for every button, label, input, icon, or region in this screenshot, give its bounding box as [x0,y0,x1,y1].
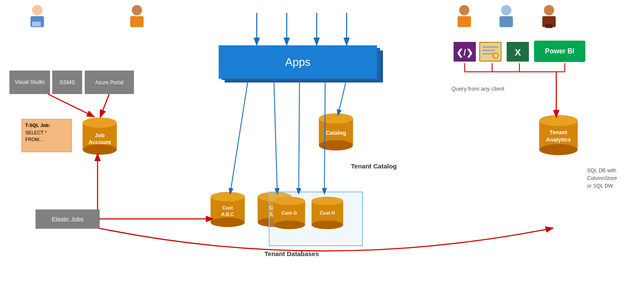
svg-point-34 [211,192,245,201]
powerbi-button[interactable]: Power BI [534,41,585,62]
svg-point-69 [539,115,578,126]
svg-point-22 [132,5,142,15]
tenant-databases-label: Tenant Databases [264,250,319,257]
svg-point-70 [539,144,578,155]
svg-text:Account: Account [89,139,111,145]
svg-rect-61 [483,46,498,48]
svg-text:Catalog: Catalog [326,130,346,136]
query-label: Query from any client [451,86,505,92]
visual-studio-box: Visual Studio [9,71,50,94]
tenant-analytics-cylinder: Tenant Analytics [537,110,579,156]
sql-dw-label: SQL DB withColumnStoreor SQL DW [587,167,617,190]
sql-job-title: T-SQL Job: [25,123,50,128]
svg-point-55 [544,5,554,15]
elastic-jobs-box: Elastic Jobs [36,209,100,229]
svg-text:Analytics: Analytics [546,136,571,143]
svg-text:Tenant: Tenant [549,129,567,136]
svg-line-6 [299,79,300,193]
svg-point-25 [83,118,117,128]
svg-line-4 [230,79,248,193]
svg-line-5 [274,79,277,193]
svg-text:Cust G: Cust G [282,210,297,215]
svg-point-51 [459,5,469,15]
svg-rect-52 [457,16,471,27]
person-analyst-3 [538,4,560,30]
person-analyst-1 [454,4,475,30]
svg-point-44 [273,197,305,205]
diagram: Visual Studio SSMS Azure Portal T-SQL Jo… [0,0,644,286]
sql-job-code: SELECT *FROM... [25,130,47,142]
svg-rect-57 [546,24,553,28]
svg-point-26 [83,144,117,155]
person-developer [27,4,48,30]
cust-abc-cylinder: Cust A,B,C [209,188,246,229]
job-account-cylinder: Job Account [80,113,119,156]
svg-text:Cust H: Cust H [320,210,335,215]
svg-point-30 [319,113,353,124]
svg-text:Cust: Cust [223,205,233,210]
svg-point-48 [312,197,343,205]
excel-icon: X [507,42,529,62]
svg-rect-23 [130,16,143,27]
cust-h-cylinder: Cust H [310,193,345,232]
svg-text:❮/❯: ❮/❯ [456,48,473,58]
sql-job-box: T-SQL Job: SELECT *FROM... [21,119,72,152]
svg-point-31 [319,140,353,150]
catalog-cylinder: Catalog [317,109,355,152]
svg-text:⚙: ⚙ [494,53,498,58]
svg-point-35 [211,218,245,227]
person-admin [126,4,148,30]
svg-point-45 [273,221,305,229]
ssdt-icon: ⚙ [479,42,502,62]
svg-text:A,B,C: A,B,C [221,212,234,217]
tenant-catalog-label: Tenant Catalog [351,162,397,170]
ssms-box: SSMS [52,71,82,94]
svg-point-53 [501,5,511,15]
svg-rect-54 [499,16,513,27]
svg-rect-21 [32,22,41,27]
svg-point-49 [312,221,343,229]
cust-g-cylinder: Cust G [272,193,307,232]
svg-text:Job: Job [95,132,104,139]
visual-studio-icon: ❮/❯ [454,42,476,62]
person-analyst-2 [496,4,517,30]
azure-portal-box: Azure Portal [85,71,134,94]
svg-rect-62 [483,50,495,51]
apps-main-box: Apps [219,45,377,79]
svg-text:X: X [515,47,521,58]
svg-point-19 [32,5,42,15]
